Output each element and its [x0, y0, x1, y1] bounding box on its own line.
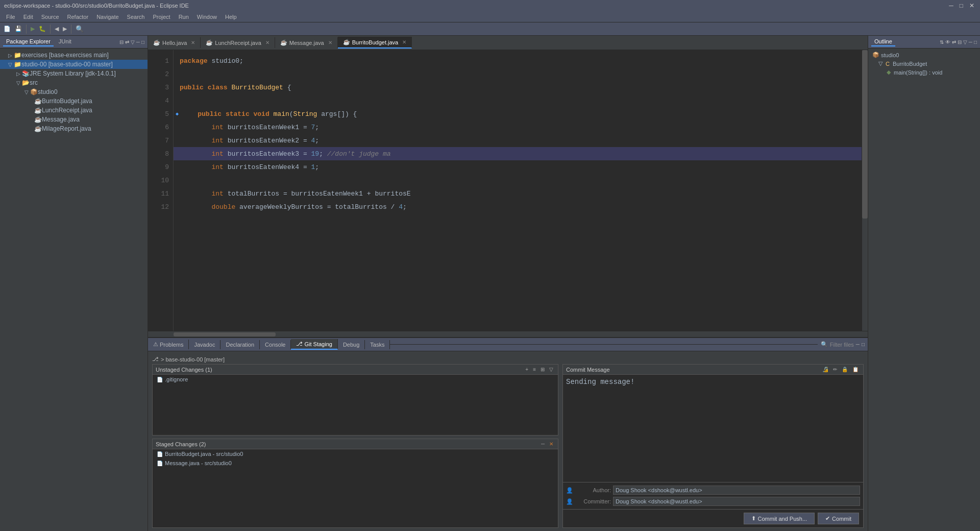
- tab-junit[interactable]: JUnit: [56, 37, 75, 46]
- code-editor[interactable]: 1 2 3 4 5 6 7 8 9 10 11 12 package studi…: [148, 50, 868, 331]
- unstage-all-btn[interactable]: ─: [540, 441, 546, 447]
- menu-window[interactable]: Window: [193, 13, 221, 21]
- menu-search[interactable]: Search: [123, 13, 149, 21]
- scrollbar-thumb[interactable]: [862, 50, 868, 219]
- tree-item-studio0-pkg[interactable]: ▽ 📦 studio0: [0, 87, 148, 96]
- tree-item-src[interactable]: ▽ 📂 src: [0, 78, 148, 87]
- code-content[interactable]: package studio0; public class BurritoBud…: [174, 50, 862, 331]
- unstaged-file-gitignore[interactable]: 📄 .gitignore: [153, 375, 558, 384]
- outline-hide-btn[interactable]: 👁: [945, 39, 950, 45]
- tab-tasks[interactable]: Tasks: [365, 340, 390, 349]
- commit-msg-action-1[interactable]: 🔏: [821, 366, 830, 373]
- tree-item-studio00[interactable]: ▽ 📁 studio-00 [base-studio-00 master]: [0, 60, 148, 69]
- menu-navigate[interactable]: Navigate: [92, 13, 122, 21]
- minimize-panel-btn[interactable]: ─: [136, 39, 140, 45]
- tab-declaration[interactable]: Declaration: [220, 340, 260, 349]
- stage-all-btn[interactable]: +: [524, 366, 530, 373]
- maximize-bottom-btn[interactable]: □: [862, 342, 865, 347]
- toolbar-fwd[interactable]: ▶: [61, 25, 68, 33]
- menu-project[interactable]: Project: [149, 13, 174, 21]
- tab-close-active[interactable]: ✕: [402, 39, 406, 45]
- outline-burritobudget-class[interactable]: ▽ C BurritoBudget: [868, 59, 980, 68]
- tab-package-explorer[interactable]: Package Explorer: [3, 37, 54, 46]
- tab-message[interactable]: ☕ Message.java ✕: [275, 37, 338, 48]
- tab-lunchreceipt[interactable]: ☕ LunchReceipt.java ✕: [201, 37, 275, 48]
- commit-buttons: ⬆ Commit and Push... ✔ Commit: [563, 509, 863, 527]
- tab-console[interactable]: Console: [260, 340, 291, 349]
- tree-item-jre[interactable]: ▷ 📚 JRE System Library [jdk-14.0.1]: [0, 69, 148, 78]
- menu-file[interactable]: File: [2, 13, 19, 21]
- toolbar-save[interactable]: 💾: [13, 25, 23, 33]
- tab-problems[interactable]: ⚠ Problems: [148, 340, 189, 349]
- unstaged-collapse-btn[interactable]: ▽: [548, 366, 555, 373]
- tree-item-exercises[interactable]: ▷ 📁 exercises [base-exercises main]: [0, 51, 148, 60]
- close-btn[interactable]: ✕: [968, 2, 976, 9]
- author-input[interactable]: [613, 486, 860, 495]
- commit-button[interactable]: ✔ Commit: [818, 513, 859, 524]
- minimize-btn[interactable]: ─: [947, 2, 955, 9]
- staged-file-message[interactable]: 📄 Message.java - src/studio0: [153, 458, 558, 468]
- commit-and-push-button[interactable]: ⬆ Commit and Push...: [744, 513, 815, 524]
- toolbar-search[interactable]: 🔍: [74, 24, 85, 34]
- tab-burritobudget[interactable]: ☕ BurritoBudget.java ✕: [338, 37, 412, 49]
- tab-close[interactable]: ✕: [265, 40, 270, 45]
- staged-file-burritobudget[interactable]: 📄 BurritoBudget.java - src/studio0: [153, 449, 558, 458]
- toolbar-run[interactable]: ▶: [29, 25, 36, 33]
- commit-msg-action-4[interactable]: 📋: [851, 366, 860, 373]
- tab-close[interactable]: ✕: [328, 40, 332, 45]
- tab-label: Console: [265, 342, 285, 348]
- tree-item-burritobudget[interactable]: ☕ BurritoBudget.java: [0, 96, 148, 106]
- toolbar-new[interactable]: 📄: [2, 25, 12, 33]
- tree-item-milagereport[interactable]: ☕ MilageReport.java: [0, 124, 148, 133]
- file-icon: 📄: [157, 451, 163, 457]
- commit-message-textarea[interactable]: Sending message!: [566, 378, 860, 460]
- menu-help[interactable]: Help: [221, 13, 241, 21]
- outline-studio0[interactable]: 📦 studio0: [868, 51, 980, 59]
- outline-main-method[interactable]: ◆ main(String[]) : void: [868, 68, 980, 77]
- outline-link-btn[interactable]: ⇄: [952, 39, 956, 45]
- tab-javadoc[interactable]: Javadoc: [189, 340, 220, 349]
- tree-item-lunchreceipt[interactable]: ☕ LunchReceipt.java: [0, 106, 148, 115]
- unstaged-layout-btn[interactable]: ⊞: [539, 366, 546, 373]
- code-line-8: int burritosEatenWeek3 = 19; //don't jud…: [174, 147, 862, 160]
- h-scrollbar-thumb[interactable]: [174, 332, 276, 336]
- tab-git-staging[interactable]: ⎇ Git Staging: [291, 339, 337, 350]
- collapse-all-btn[interactable]: ⊟: [119, 39, 124, 45]
- window-controls[interactable]: ─ □ ✕: [947, 2, 976, 9]
- tab-outline[interactable]: Outline: [871, 37, 895, 46]
- vertical-scrollbar[interactable]: [862, 50, 868, 331]
- commit-msg-action-2[interactable]: ✏: [831, 366, 839, 373]
- tab-debug[interactable]: Debug: [338, 340, 365, 349]
- outline-label: BurritoBudget: [893, 61, 927, 67]
- commit-msg-action-3[interactable]: 🔒: [840, 366, 849, 373]
- outline-menu-btn[interactable]: ▽: [963, 39, 967, 45]
- commit-message-body[interactable]: Sending message!: [563, 375, 863, 482]
- outline-minimize-btn[interactable]: ─: [969, 39, 972, 45]
- tree-item-message[interactable]: ☕ Message.java: [0, 115, 148, 124]
- remove-all-btn[interactable]: ✕: [548, 441, 555, 447]
- commit-message-actions: 🔏 ✏ 🔒 📋: [821, 366, 860, 373]
- tab-hello[interactable]: ☕ Hello.java ✕: [148, 37, 201, 48]
- outline-maximize-btn[interactable]: □: [974, 39, 977, 45]
- outline-sort-btn[interactable]: ⇅: [940, 39, 944, 45]
- maximize-panel-btn[interactable]: □: [141, 39, 144, 45]
- tab-close[interactable]: ✕: [191, 40, 195, 45]
- commit-push-icon: ⬆: [751, 515, 756, 522]
- menu-run[interactable]: Run: [175, 13, 193, 21]
- menu-edit[interactable]: Edit: [19, 13, 37, 21]
- editor-horizontal-scroll[interactable]: [148, 331, 868, 337]
- toolbar-back[interactable]: ◀: [53, 25, 60, 33]
- minimize-bottom-btn[interactable]: ─: [856, 342, 860, 347]
- toolbar-debug[interactable]: 🐛: [37, 25, 47, 33]
- toolbar-sep-2: [50, 25, 51, 34]
- toolbar-sep-1: [26, 25, 27, 34]
- link-editor-btn[interactable]: ⇄: [125, 39, 129, 45]
- unstaged-view-menu[interactable]: ≡: [531, 366, 537, 373]
- menu-refactor[interactable]: Refactor: [63, 13, 93, 21]
- maximize-btn[interactable]: □: [958, 2, 965, 9]
- filter-files-btn[interactable]: 🔍: [821, 341, 828, 348]
- panel-menu-btn[interactable]: ▽: [131, 39, 135, 45]
- outline-collapse-btn[interactable]: ⊟: [958, 39, 962, 45]
- committer-input[interactable]: [613, 497, 860, 506]
- menu-source[interactable]: Source: [37, 13, 63, 21]
